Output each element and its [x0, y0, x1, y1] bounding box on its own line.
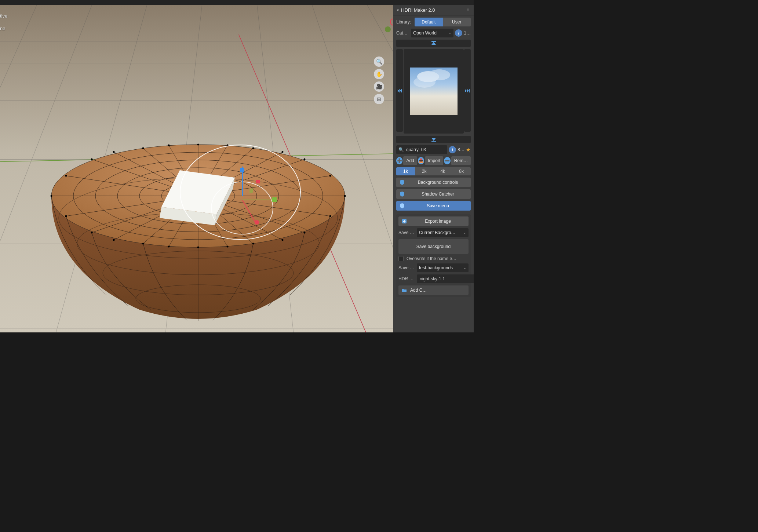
svg-point-52: [329, 175, 331, 177]
svg-point-54: [329, 215, 331, 217]
category-count: 1…: [464, 30, 471, 36]
svg-point-57: [113, 239, 115, 241]
export-icon: [401, 218, 407, 224]
import-button[interactable]: Import: [425, 156, 443, 165]
svg-point-41: [344, 195, 346, 197]
grid-icon[interactable]: ⊞: [374, 94, 384, 104]
save-menu-button[interactable]: Save menu: [396, 201, 471, 211]
hdr-name-input[interactable]: [417, 274, 474, 283]
hdr-label: HDR …: [398, 276, 415, 281]
add-category-button[interactable]: Add C…: [398, 285, 469, 295]
drag-handle-icon[interactable]: ⠿: [467, 8, 470, 12]
axis-neg-y[interactable]: [385, 26, 391, 32]
category-value: Open World: [413, 30, 437, 36]
search-input[interactable]: 🔍 quarry_03: [396, 145, 447, 154]
viewport-3d[interactable]: tive ne: [0, 5, 393, 332]
info-icon[interactable]: i: [455, 29, 462, 37]
remove-button[interactable]: Rem…: [451, 156, 471, 165]
save-in-label: Save …: [398, 265, 415, 270]
library-user-button[interactable]: User: [443, 18, 471, 26]
folder-icon: [401, 287, 407, 293]
panel-title: HDRi Maker 2.0: [401, 7, 467, 13]
svg-point-39: [197, 144, 199, 146]
svg-point-58: [282, 239, 284, 241]
prev-button[interactable]: ⏮: [396, 49, 403, 132]
shield-icon: [399, 191, 405, 197]
svg-point-51: [65, 175, 67, 177]
collapse-up-button[interactable]: [396, 40, 471, 47]
save-background-button[interactable]: Save background: [398, 239, 469, 254]
collapse-down-button[interactable]: [396, 136, 471, 143]
search-icon: 🔍: [398, 147, 404, 152]
preview-image: [410, 68, 458, 115]
svg-point-42: [197, 247, 199, 248]
export-image-button[interactable]: Export image: [398, 216, 469, 226]
resolution-group: 1k 2k 4k 8k: [396, 167, 471, 175]
svg-point-43: [91, 158, 93, 160]
res-2k-button[interactable]: 2k: [415, 167, 434, 175]
svg-point-49: [142, 243, 144, 245]
add-button[interactable]: Add: [403, 156, 417, 165]
overlay-text-2: ne: [0, 26, 5, 31]
import-icon[interactable]: 📥: [418, 157, 424, 164]
sidebar-panel: ▾ HDRi Maker 2.0 ⠿ Library: Default User…: [393, 5, 474, 332]
pan-icon[interactable]: ✋: [374, 69, 384, 79]
add-icon[interactable]: ➕: [396, 157, 402, 164]
category-dropdown[interactable]: Open World ⌄: [411, 29, 453, 37]
svg-point-60: [227, 145, 229, 146]
library-label: Library:: [396, 19, 413, 25]
chevron-down-icon: ⌄: [463, 231, 466, 234]
svg-rect-69: [431, 141, 436, 142]
svg-point-62: [227, 246, 229, 248]
chevron-down-icon: ⌄: [463, 266, 466, 270]
shadow-catcher-button[interactable]: Shadow Catcher: [396, 189, 471, 199]
svg-point-59: [168, 145, 170, 146]
search-badge: 8…: [458, 147, 464, 152]
zoom-icon[interactable]: 🔍: [374, 57, 384, 67]
overlay-text-1: tive: [0, 13, 7, 19]
svg-point-40: [51, 195, 52, 197]
svg-point-47: [142, 147, 144, 149]
svg-point-44: [304, 158, 306, 160]
camera-icon[interactable]: 🎥: [374, 81, 384, 92]
overwrite-checkbox[interactable]: Overwrite if the name e…: [398, 256, 469, 261]
top-bar: [0, 0, 474, 5]
svg-point-61: [168, 246, 170, 248]
checkbox-icon[interactable]: [398, 256, 404, 261]
svg-point-45: [91, 232, 93, 234]
viewport-tools: 🔍 ✋ 🎥 ⊞: [374, 57, 384, 104]
svg-line-6: [0, 5, 37, 332]
category-label: Cat…: [396, 30, 409, 36]
res-1k-button[interactable]: 1k: [396, 167, 415, 175]
hdri-preview[interactable]: [404, 49, 464, 134]
save-as-dropdown[interactable]: Current Backgro… ⌄: [417, 228, 469, 237]
remove-icon[interactable]: ➖: [444, 157, 450, 164]
background-controls-button[interactable]: Background controls: [396, 178, 471, 187]
svg-point-55: [113, 151, 115, 153]
chevron-down-icon: ▾: [397, 8, 399, 12]
svg-line-12: [367, 5, 393, 332]
shield-icon: [399, 179, 405, 185]
chevron-down-icon: ⌄: [448, 31, 451, 35]
svg-point-56: [282, 151, 284, 153]
info-icon[interactable]: i: [449, 146, 456, 153]
svg-rect-67: [431, 41, 436, 42]
res-8k-button[interactable]: 8k: [452, 167, 471, 175]
library-default-button[interactable]: Default: [415, 18, 443, 26]
svg-marker-66: [431, 42, 436, 45]
bowl-mesh[interactable]: [48, 141, 349, 321]
next-button[interactable]: ⏭: [464, 49, 471, 132]
svg-marker-68: [431, 138, 436, 141]
shield-icon: [399, 203, 405, 209]
svg-point-53: [65, 215, 67, 217]
svg-point-50: [252, 243, 254, 245]
favorite-icon[interactable]: ★: [466, 147, 471, 153]
panel-header[interactable]: ▾ HDRi Maker 2.0 ⠿: [393, 5, 474, 15]
save-in-dropdown[interactable]: test-backgrounds ⌄: [417, 263, 469, 272]
main-area: tive ne: [0, 5, 474, 332]
svg-point-46: [304, 232, 306, 234]
search-value: quarry_03: [406, 147, 426, 152]
svg-point-48: [252, 147, 254, 149]
res-4k-button[interactable]: 4k: [434, 167, 452, 175]
save-as-label: Save …: [398, 230, 415, 235]
